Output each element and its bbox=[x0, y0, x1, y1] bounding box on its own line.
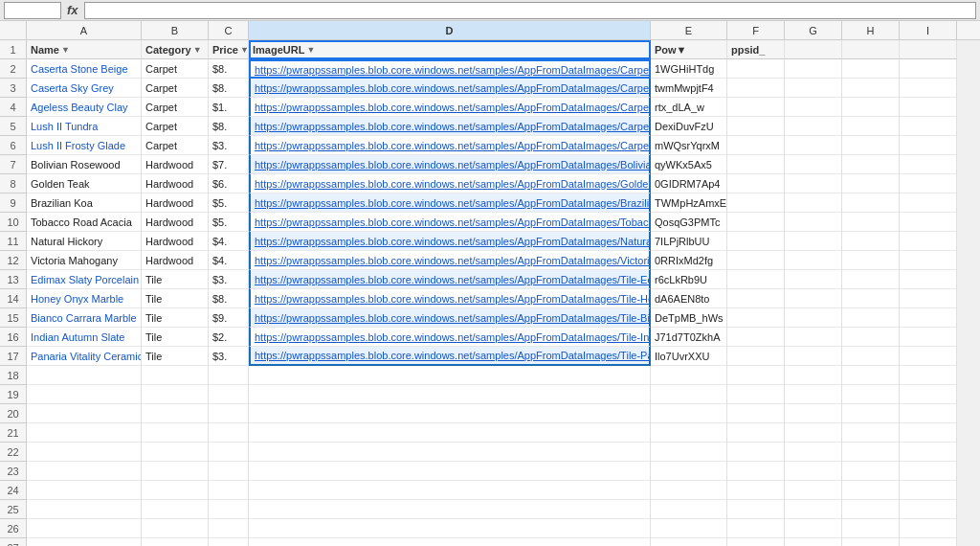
empty-cell-a[interactable] bbox=[27, 462, 142, 481]
empty-cell-i[interactable] bbox=[900, 519, 957, 538]
cell-name[interactable]: Lush II Frosty Glade bbox=[27, 136, 142, 155]
cell-price[interactable]: $1. bbox=[209, 98, 249, 117]
cell-price[interactable]: $8. bbox=[209, 289, 249, 308]
cell-name[interactable]: Ageless Beauty Clay bbox=[27, 98, 142, 117]
col-header-a[interactable]: A bbox=[27, 21, 142, 40]
empty-cell-f[interactable] bbox=[727, 538, 785, 546]
cell-name[interactable]: Victoria Mahogany bbox=[27, 251, 142, 270]
empty-cell-g[interactable] bbox=[785, 481, 842, 500]
empty-cell-h[interactable] bbox=[842, 519, 900, 538]
cell-power-id[interactable]: DeTpMB_hWs bbox=[651, 308, 727, 328]
cell-name[interactable]: Golden Teak bbox=[27, 174, 142, 193]
empty-cell-i[interactable] bbox=[900, 500, 957, 519]
empty-cell-f[interactable] bbox=[727, 443, 785, 462]
cell-ppsid[interactable] bbox=[727, 155, 785, 174]
cell-image-url[interactable]: https://pwrappssamples.blob.core.windows… bbox=[249, 117, 651, 136]
cell-image-url[interactable]: https://pwrappssamples.blob.core.windows… bbox=[249, 328, 651, 347]
empty-cell-f[interactable] bbox=[727, 404, 785, 423]
cell-name[interactable]: Edimax Slaty Porcelain bbox=[27, 270, 142, 289]
empty-cell-h[interactable] bbox=[842, 366, 900, 385]
cell-ppsid[interactable] bbox=[727, 174, 785, 193]
empty-cell-g[interactable] bbox=[785, 404, 842, 423]
empty-cell-d[interactable] bbox=[249, 500, 651, 519]
empty-cell-i[interactable] bbox=[900, 423, 957, 443]
cell-name[interactable]: Natural Hickory bbox=[27, 232, 142, 251]
cell-power-id[interactable]: rtx_dLA_w bbox=[651, 98, 727, 117]
col-header-d[interactable]: D bbox=[249, 21, 651, 40]
empty-cell-a[interactable] bbox=[27, 385, 142, 404]
cell-category[interactable]: Carpet bbox=[142, 59, 209, 79]
cell-price[interactable]: $9. bbox=[209, 308, 249, 328]
cell-image-url[interactable]: https://pwrappssamples.blob.core.windows… bbox=[249, 59, 651, 79]
cell-image-url[interactable]: https://pwrappssamples.blob.core.windows… bbox=[249, 251, 651, 270]
cell-price[interactable]: $7. bbox=[209, 155, 249, 174]
empty-cell-c[interactable] bbox=[209, 366, 249, 385]
cell-name[interactable]: Brazilian Koa bbox=[27, 193, 142, 213]
cell-image-url[interactable]: https://pwrappssamples.blob.core.windows… bbox=[249, 270, 651, 289]
empty-cell-i[interactable] bbox=[900, 538, 957, 546]
empty-cell-a[interactable] bbox=[27, 538, 142, 546]
cell-power-id[interactable]: Ilo7UvrXXU bbox=[651, 347, 727, 366]
cell-name[interactable]: Indian Autumn Slate bbox=[27, 328, 142, 347]
empty-cell-e[interactable] bbox=[651, 366, 727, 385]
cell-name[interactable]: Bianco Carrara Marble bbox=[27, 308, 142, 328]
empty-cell-h[interactable] bbox=[842, 423, 900, 443]
empty-cell-d[interactable] bbox=[249, 366, 651, 385]
cell-name[interactable]: Caserta Sky Grey bbox=[27, 79, 142, 98]
cell-price[interactable]: $5. bbox=[209, 213, 249, 232]
cell-power-id[interactable]: r6cLkRb9U bbox=[651, 270, 727, 289]
cell-ppsid[interactable] bbox=[727, 328, 785, 347]
header-cell-C[interactable]: Price▼ bbox=[209, 40, 249, 59]
cell-image-url[interactable]: https://pwrappssamples.blob.core.windows… bbox=[249, 174, 651, 193]
cell-category[interactable]: Hardwood bbox=[142, 193, 209, 213]
cell-category[interactable]: Hardwood bbox=[142, 174, 209, 193]
empty-cell-e[interactable] bbox=[651, 519, 727, 538]
empty-cell-f[interactable] bbox=[727, 423, 785, 443]
header-cell-A[interactable]: Name▼ bbox=[27, 40, 142, 59]
cell-power-id[interactable]: 0GIDRM7Ap4 bbox=[651, 174, 727, 193]
col-header-f[interactable]: F bbox=[727, 21, 785, 40]
empty-cell-g[interactable] bbox=[785, 423, 842, 443]
empty-cell-h[interactable] bbox=[842, 538, 900, 546]
cell-name[interactable]: Panaria Vitality Ceramic bbox=[27, 347, 142, 366]
cell-power-id[interactable]: 0RRIxMd2fg bbox=[651, 251, 727, 270]
empty-cell-f[interactable] bbox=[727, 462, 785, 481]
empty-cell-g[interactable] bbox=[785, 443, 842, 462]
empty-cell-c[interactable] bbox=[209, 500, 249, 519]
cell-price[interactable]: $5. bbox=[209, 193, 249, 213]
cell-category[interactable]: Tile bbox=[142, 289, 209, 308]
col-header-e[interactable]: E bbox=[651, 21, 727, 40]
header-cell-F[interactable]: ppsid_ bbox=[727, 40, 785, 59]
cell-power-id[interactable]: DexiDuvFzU bbox=[651, 117, 727, 136]
cell-image-url[interactable]: https://pwrappssamples.blob.core.windows… bbox=[249, 213, 651, 232]
empty-cell-e[interactable] bbox=[651, 423, 727, 443]
empty-cell-f[interactable] bbox=[727, 481, 785, 500]
cell-ppsid[interactable] bbox=[727, 232, 785, 251]
empty-cell-c[interactable] bbox=[209, 423, 249, 443]
cell-price[interactable]: $8. bbox=[209, 79, 249, 98]
empty-cell-g[interactable] bbox=[785, 519, 842, 538]
cell-category[interactable]: Tile bbox=[142, 270, 209, 289]
cell-power-id[interactable]: mWQsrYqrxM bbox=[651, 136, 727, 155]
cell-name[interactable]: Tobacco Road Acacia bbox=[27, 213, 142, 232]
empty-cell-a[interactable] bbox=[27, 500, 142, 519]
cell-power-id[interactable]: J71d7T0ZkhA bbox=[651, 328, 727, 347]
empty-cell-d[interactable] bbox=[249, 443, 651, 462]
cell-category[interactable]: Carpet bbox=[142, 117, 209, 136]
cell-image-url[interactable]: https://pwrappssamples.blob.core.windows… bbox=[249, 136, 651, 155]
cell-category[interactable]: Carpet bbox=[142, 98, 209, 117]
empty-cell-c[interactable] bbox=[209, 385, 249, 404]
empty-cell-b[interactable] bbox=[142, 500, 209, 519]
empty-cell-e[interactable] bbox=[651, 538, 727, 546]
empty-cell-b[interactable] bbox=[142, 481, 209, 500]
empty-cell-b[interactable] bbox=[142, 462, 209, 481]
empty-cell-a[interactable] bbox=[27, 366, 142, 385]
cell-price[interactable]: $2. bbox=[209, 328, 249, 347]
empty-cell-d[interactable] bbox=[249, 462, 651, 481]
cell-ppsid[interactable] bbox=[727, 251, 785, 270]
empty-cell-b[interactable] bbox=[142, 519, 209, 538]
cell-category[interactable]: Tile bbox=[142, 308, 209, 328]
cell-image-url[interactable]: https://pwrappssamples.blob.core.windows… bbox=[249, 308, 651, 328]
cell-ppsid[interactable] bbox=[727, 136, 785, 155]
empty-cell-f[interactable] bbox=[727, 366, 785, 385]
